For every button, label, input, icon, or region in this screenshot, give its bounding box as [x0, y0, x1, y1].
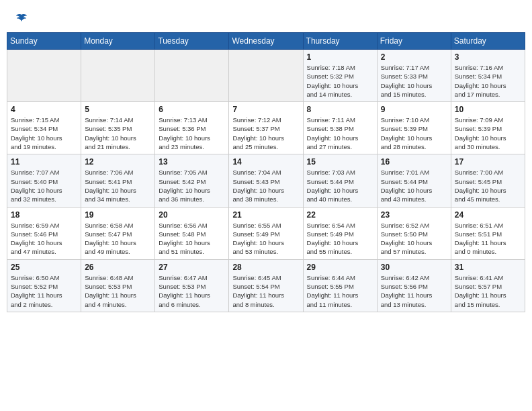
day-info: Sunrise: 7:18 AM Sunset: 5:32 PM Dayligh…	[307, 63, 373, 99]
day-info: Sunrise: 7:11 AM Sunset: 5:38 PM Dayligh…	[307, 116, 373, 151]
day-number: 21	[232, 210, 299, 220]
calendar-cell: 12Sunrise: 7:06 AM Sunset: 5:41 PM Dayli…	[81, 154, 155, 207]
calendar-cell: 31Sunrise: 6:41 AM Sunset: 5:57 PM Dayli…	[451, 259, 525, 312]
calendar-header: SundayMondayTuesdayWednesdayThursdayFrid…	[7, 33, 525, 50]
day-number: 13	[159, 157, 225, 167]
day-number: 18	[11, 210, 77, 220]
day-number: 26	[85, 263, 151, 272]
calendar-week-row: 18Sunrise: 6:59 AM Sunset: 5:46 PM Dayli…	[7, 207, 525, 259]
day-number: 19	[85, 210, 151, 220]
calendar-cell: 15Sunrise: 7:03 AM Sunset: 5:44 PM Dayli…	[303, 154, 377, 207]
day-info: Sunrise: 6:56 AM Sunset: 5:48 PM Dayligh…	[159, 221, 225, 257]
day-number: 11	[11, 157, 77, 167]
calendar-cell: 8Sunrise: 7:11 AM Sunset: 5:38 PM Daylig…	[303, 102, 377, 154]
day-number: 20	[159, 210, 225, 220]
calendar-week-row: 4Sunrise: 7:15 AM Sunset: 5:34 PM Daylig…	[7, 102, 525, 154]
calendar-cell: 26Sunrise: 6:48 AM Sunset: 5:53 PM Dayli…	[81, 259, 155, 312]
page-header	[7, 7, 525, 28]
day-info: Sunrise: 7:12 AM Sunset: 5:37 PM Dayligh…	[232, 116, 299, 151]
day-of-week-header: Sunday	[7, 33, 81, 50]
day-number: 31	[455, 263, 521, 272]
day-info: Sunrise: 6:51 AM Sunset: 5:51 PM Dayligh…	[455, 221, 521, 257]
calendar-cell: 1Sunrise: 7:18 AM Sunset: 5:32 PM Daylig…	[303, 50, 377, 102]
day-of-week-header: Thursday	[303, 33, 377, 50]
day-number: 12	[85, 157, 151, 167]
day-info: Sunrise: 7:16 AM Sunset: 5:34 PM Dayligh…	[455, 63, 521, 99]
calendar-cell: 25Sunrise: 6:50 AM Sunset: 5:52 PM Dayli…	[7, 259, 81, 312]
logo	[13, 12, 28, 26]
day-number: 14	[232, 157, 299, 167]
calendar-cell: 4Sunrise: 7:15 AM Sunset: 5:34 PM Daylig…	[7, 102, 81, 154]
day-info: Sunrise: 6:50 AM Sunset: 5:52 PM Dayligh…	[11, 273, 77, 309]
calendar-cell	[81, 50, 155, 102]
calendar-cell: 29Sunrise: 6:44 AM Sunset: 5:55 PM Dayli…	[303, 259, 377, 312]
day-number: 24	[455, 210, 521, 220]
day-of-week-header: Saturday	[451, 33, 525, 50]
calendar-cell: 21Sunrise: 6:55 AM Sunset: 5:49 PM Dayli…	[229, 207, 303, 259]
day-number: 23	[381, 210, 447, 220]
day-number: 28	[232, 263, 299, 272]
calendar-body: 1Sunrise: 7:18 AM Sunset: 5:32 PM Daylig…	[7, 50, 525, 312]
day-info: Sunrise: 7:09 AM Sunset: 5:39 PM Dayligh…	[455, 116, 521, 151]
calendar-cell	[155, 50, 229, 102]
day-info: Sunrise: 7:14 AM Sunset: 5:35 PM Dayligh…	[85, 116, 151, 151]
day-number: 15	[307, 157, 373, 167]
day-number: 27	[159, 263, 225, 272]
calendar-cell: 28Sunrise: 6:45 AM Sunset: 5:54 PM Dayli…	[229, 259, 303, 312]
calendar-cell: 24Sunrise: 6:51 AM Sunset: 5:51 PM Dayli…	[451, 207, 525, 259]
calendar-cell: 2Sunrise: 7:17 AM Sunset: 5:33 PM Daylig…	[377, 50, 451, 102]
day-number: 7	[232, 105, 299, 114]
calendar-cell: 14Sunrise: 7:04 AM Sunset: 5:43 PM Dayli…	[229, 154, 303, 207]
day-info: Sunrise: 6:41 AM Sunset: 5:57 PM Dayligh…	[455, 273, 521, 309]
calendar-cell: 22Sunrise: 6:54 AM Sunset: 5:49 PM Dayli…	[303, 207, 377, 259]
calendar-cell: 27Sunrise: 6:47 AM Sunset: 5:53 PM Dayli…	[155, 259, 229, 312]
day-number: 5	[85, 105, 151, 114]
calendar-cell: 23Sunrise: 6:52 AM Sunset: 5:50 PM Dayli…	[377, 207, 451, 259]
day-number: 6	[159, 105, 225, 114]
day-info: Sunrise: 6:44 AM Sunset: 5:55 PM Dayligh…	[307, 273, 373, 309]
day-number: 22	[307, 210, 373, 220]
calendar-cell: 17Sunrise: 7:00 AM Sunset: 5:45 PM Dayli…	[451, 154, 525, 207]
calendar-cell: 9Sunrise: 7:10 AM Sunset: 5:39 PM Daylig…	[377, 102, 451, 154]
day-of-week-header: Wednesday	[229, 33, 303, 50]
calendar-cell: 10Sunrise: 7:09 AM Sunset: 5:39 PM Dayli…	[451, 102, 525, 154]
calendar-cell: 18Sunrise: 6:59 AM Sunset: 5:46 PM Dayli…	[7, 207, 81, 259]
day-number: 8	[307, 105, 373, 114]
calendar-cell: 11Sunrise: 7:07 AM Sunset: 5:40 PM Dayli…	[7, 154, 81, 207]
day-number: 2	[381, 52, 447, 62]
day-of-week-header: Tuesday	[155, 33, 229, 50]
day-number: 10	[455, 105, 521, 114]
day-info: Sunrise: 6:55 AM Sunset: 5:49 PM Dayligh…	[232, 221, 299, 257]
day-info: Sunrise: 7:03 AM Sunset: 5:44 PM Dayligh…	[307, 168, 373, 203]
bird-icon	[15, 12, 28, 26]
calendar-week-row: 25Sunrise: 6:50 AM Sunset: 5:52 PM Dayli…	[7, 259, 525, 312]
day-info: Sunrise: 6:42 AM Sunset: 5:56 PM Dayligh…	[381, 273, 447, 309]
day-info: Sunrise: 6:47 AM Sunset: 5:53 PM Dayligh…	[159, 273, 225, 309]
day-info: Sunrise: 6:58 AM Sunset: 5:47 PM Dayligh…	[85, 221, 151, 257]
day-number: 25	[11, 263, 77, 272]
calendar-cell: 5Sunrise: 7:14 AM Sunset: 5:35 PM Daylig…	[81, 102, 155, 154]
calendar-week-row: 1Sunrise: 7:18 AM Sunset: 5:32 PM Daylig…	[7, 50, 525, 102]
day-number: 16	[381, 157, 447, 167]
day-info: Sunrise: 6:54 AM Sunset: 5:49 PM Dayligh…	[307, 221, 373, 257]
days-of-week-row: SundayMondayTuesdayWednesdayThursdayFrid…	[7, 33, 525, 50]
day-of-week-header: Monday	[81, 33, 155, 50]
day-number: 3	[455, 52, 521, 62]
day-info: Sunrise: 7:04 AM Sunset: 5:43 PM Dayligh…	[232, 168, 299, 203]
day-info: Sunrise: 6:48 AM Sunset: 5:53 PM Dayligh…	[85, 273, 151, 309]
calendar-week-row: 11Sunrise: 7:07 AM Sunset: 5:40 PM Dayli…	[7, 154, 525, 207]
day-number: 1	[307, 52, 373, 62]
day-number: 29	[307, 263, 373, 272]
calendar-cell: 7Sunrise: 7:12 AM Sunset: 5:37 PM Daylig…	[229, 102, 303, 154]
calendar-cell	[229, 50, 303, 102]
calendar-cell: 30Sunrise: 6:42 AM Sunset: 5:56 PM Dayli…	[377, 259, 451, 312]
day-info: Sunrise: 7:10 AM Sunset: 5:39 PM Dayligh…	[381, 116, 447, 151]
day-info: Sunrise: 7:07 AM Sunset: 5:40 PM Dayligh…	[11, 168, 77, 203]
calendar-cell: 19Sunrise: 6:58 AM Sunset: 5:47 PM Dayli…	[81, 207, 155, 259]
calendar-cell: 3Sunrise: 7:16 AM Sunset: 5:34 PM Daylig…	[451, 50, 525, 102]
day-number: 17	[455, 157, 521, 167]
day-of-week-header: Friday	[377, 33, 451, 50]
day-info: Sunrise: 6:52 AM Sunset: 5:50 PM Dayligh…	[381, 221, 447, 257]
calendar-cell	[7, 50, 81, 102]
calendar-table: SundayMondayTuesdayWednesdayThursdayFrid…	[7, 32, 525, 312]
